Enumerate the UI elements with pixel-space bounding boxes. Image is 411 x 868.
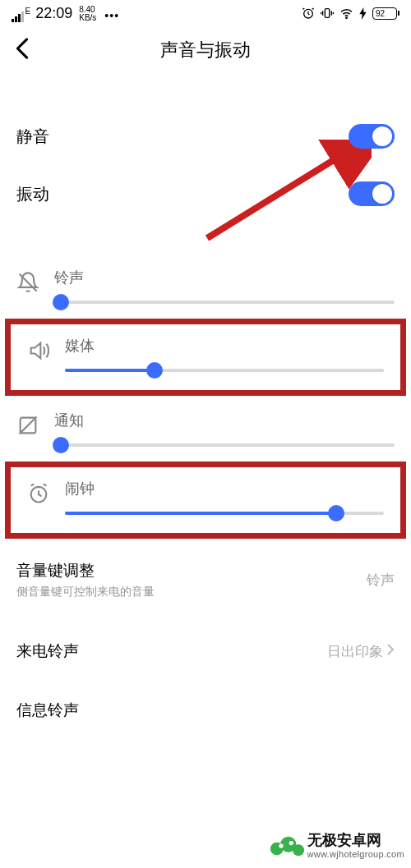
silent-label: 静音 [16,126,49,148]
watermark-logo-icon [270,829,304,863]
incoming-value: 日出印象 [327,642,383,661]
bell-off-icon [16,271,39,297]
svg-rect-1 [325,9,329,18]
volume-key-title: 音量键调整 [16,560,155,581]
ringtone-slider-block: 铃声 [0,256,411,322]
more-dots: ••• [104,9,119,22]
watermark-name: 无极安卓网 [307,832,405,849]
media-highlight-box: 媒体 [5,319,406,396]
vibrate-toggle[interactable] [349,181,395,206]
data-speed-value: 8.40 [79,6,96,14]
chevron-right-icon [386,643,395,660]
alarm-slider-block: 闹钟 [11,467,400,533]
status-bar: E 22:09 8.40 KB/s ••• 92 [0,0,411,26]
alarm-icon [302,7,315,20]
alarm-highlight-box: 闹钟 [5,462,406,539]
silent-toggle[interactable] [349,124,395,149]
alarm-slider[interactable] [65,512,384,515]
page-title: 声音与振动 [0,38,411,62]
clock-time: 22:09 [35,5,72,22]
svg-point-12 [289,841,293,845]
svg-point-11 [279,843,283,847]
notify-label: 通知 [54,411,395,430]
status-right: 92 [302,7,399,21]
signal-icon [12,11,24,22]
volume-key-sub: 侧音量键可控制来电的音量 [16,585,155,599]
volume-key-value: 铃声 [367,571,395,590]
vibrate-label: 振动 [16,183,49,205]
clock-icon [27,482,50,508]
notify-off-icon [16,414,39,440]
wifi-icon [339,7,353,21]
sms-title: 信息铃声 [16,700,79,721]
media-thumb[interactable] [146,362,163,379]
notify-thumb[interactable] [53,437,69,453]
notify-slider[interactable] [54,443,395,447]
charging-icon [359,7,367,20]
alarm-label: 闹钟 [65,479,384,498]
watermark-url: www.wjhotelgroup.com [307,849,405,860]
vibrate-status-icon [321,7,334,20]
incoming-title: 来电铃声 [16,641,79,662]
data-speed-unit: KB/s [79,14,96,22]
incoming-ringtone-row[interactable]: 来电铃声 日出印象 [0,627,411,675]
svg-point-10 [293,844,304,856]
svg-point-2 [346,17,347,18]
ringtone-slider[interactable] [54,301,395,304]
volume-key-row[interactable]: 音量键调整 侧音量键可控制来电的音量 铃声 [0,547,411,613]
sms-ringtone-row[interactable]: 信息铃声 [0,687,411,734]
media-label: 媒体 [65,336,384,356]
status-left: E 22:09 8.40 KB/s ••• [12,5,119,22]
media-slider-block: 媒体 [11,324,400,390]
ringtone-thumb[interactable] [53,294,69,310]
notify-slider-block: 通知 [0,399,411,465]
back-button[interactable] [15,37,30,63]
battery-indicator: 92 [372,7,399,20]
vibrate-row[interactable]: 振动 [0,171,411,217]
data-speed: 8.40 KB/s [79,6,96,22]
svg-line-6 [20,417,37,434]
silent-row[interactable]: 静音 [0,113,411,159]
network-type: E [25,7,31,16]
ringtone-label: 铃声 [54,268,395,287]
chevron-left-icon [15,37,30,60]
media-slider[interactable] [65,369,384,372]
watermark: 无极安卓网 www.wjhotelgroup.com [270,829,405,863]
battery-percent: 92 [376,9,385,18]
alarm-thumb[interactable] [328,505,344,521]
speaker-icon [27,339,50,365]
page-header: 声音与振动 [0,26,411,74]
